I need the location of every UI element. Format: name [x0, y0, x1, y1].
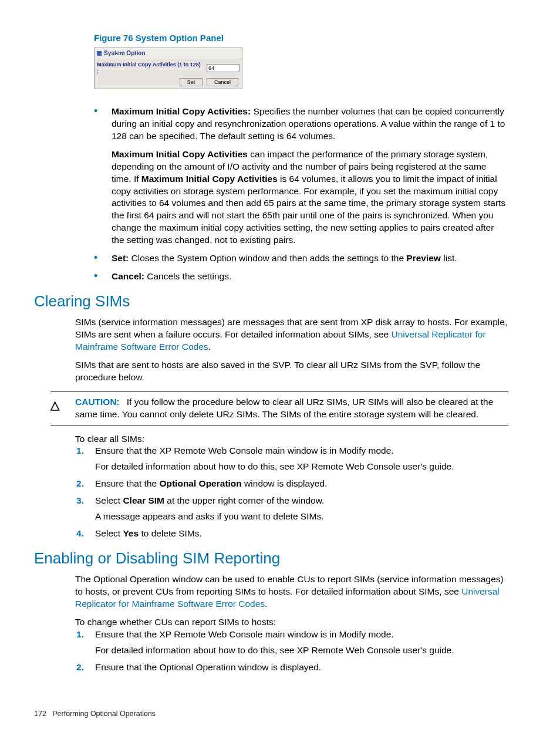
text: list.: [441, 253, 457, 263]
panel-icon: [97, 51, 102, 56]
text: Select: [95, 528, 123, 538]
text: If you follow the procedure below to cle…: [75, 397, 493, 419]
bold-term: Optional Operation: [159, 478, 241, 488]
paragraph: The Optional Operation window can be use…: [75, 573, 508, 610]
heading-enabling-sim-reporting: Enabling or Disabling SIM Reporting: [34, 548, 508, 569]
step-item: Select Clear SIM at the upper right corn…: [76, 495, 508, 523]
text: Cancels the settings.: [144, 271, 231, 281]
feature-list: Maximum Initial Copy Activities: Specifi…: [86, 106, 508, 283]
bold-term: Maximum Initial Copy Activities: [141, 174, 278, 184]
system-option-panel-screenshot: System Option Maximum Initial Copy Activ…: [94, 48, 242, 89]
text: Closes the System Option window and then…: [129, 253, 406, 263]
caution-icon: △: [50, 396, 75, 413]
steps-enable-sim: Ensure that the XP Remote Web Console ma…: [76, 629, 508, 674]
step-item: Ensure that the XP Remote Web Console ma…: [76, 629, 508, 657]
text: Ensure that the XP Remote Web Console ma…: [95, 629, 394, 639]
bold-term: Maximum Initial Copy Activities:: [112, 106, 251, 116]
paragraph: Maximum Initial Copy Activities can impa…: [112, 148, 508, 247]
set-button[interactable]: Set: [180, 78, 203, 86]
panel-title: System Option: [104, 49, 146, 58]
list-item: Set: Closes the System Option window and…: [86, 252, 508, 265]
text: Ensure that the XP Remote Web Console ma…: [95, 445, 394, 455]
paragraph: SIMs that are sent to hosts are also sav…: [75, 359, 508, 384]
bold-term: Preview: [406, 253, 441, 263]
text: Ensure that the: [95, 478, 159, 488]
lead-text: To clear all SIMs:: [75, 433, 508, 445]
bold-term: Set:: [112, 253, 129, 263]
step-item: Select Yes to delete SIMs.: [76, 528, 508, 540]
bold-term: Cancel:: [112, 271, 144, 281]
step-item: Ensure that the Optional Operation windo…: [76, 478, 508, 490]
step-item: Ensure that the XP Remote Web Console ma…: [76, 445, 508, 473]
text: The Optional Operation window can be use…: [75, 574, 504, 596]
max-copy-input[interactable]: [207, 64, 239, 72]
lead-text: To change whether CUs can report SIMs to…: [75, 616, 508, 629]
step-subtext: A message appears and asks if you want t…: [95, 511, 508, 523]
text: .: [208, 342, 211, 352]
step-subtext: For detailed information about how to do…: [95, 461, 508, 473]
cancel-button[interactable]: Cancel: [207, 78, 238, 86]
text: to delete SIMs.: [139, 528, 202, 538]
heading-clearing-sims: Clearing SIMs: [34, 291, 508, 312]
figure-caption: Figure 76 System Option Panel: [94, 32, 508, 44]
steps-clear-sims: Ensure that the XP Remote Web Console ma…: [76, 445, 508, 540]
list-item: Maximum Initial Copy Activities: Specifi…: [86, 106, 508, 247]
caution-label: CAUTION:: [75, 397, 120, 407]
text: window is displayed.: [242, 478, 328, 488]
step-item: Ensure that the Optional Operation windo…: [76, 661, 508, 674]
bold-term: Maximum Initial Copy Activities: [112, 149, 248, 159]
bold-term: Clear SIM: [123, 495, 164, 505]
text: .: [265, 599, 267, 609]
caution-block: △ CAUTION:If you follow the procedure be…: [50, 391, 508, 426]
bold-term: Yes: [123, 528, 139, 538]
text: Ensure that the Optional Operation windo…: [95, 662, 321, 672]
text: Select: [95, 495, 123, 505]
paragraph: SIMs (service information messages) are …: [75, 316, 508, 353]
list-item: Cancel: Cancels the settings.: [86, 271, 508, 283]
caution-text: CAUTION:If you follow the procedure belo…: [75, 396, 508, 421]
text: is 64 volumes, it allows you to limit th…: [112, 174, 505, 245]
max-copy-label: Maximum Initial Copy Activities (1 to 12…: [97, 61, 203, 75]
text: at the upper right corner of the window.: [164, 495, 324, 505]
step-subtext: For detailed information about how to do…: [95, 644, 508, 657]
